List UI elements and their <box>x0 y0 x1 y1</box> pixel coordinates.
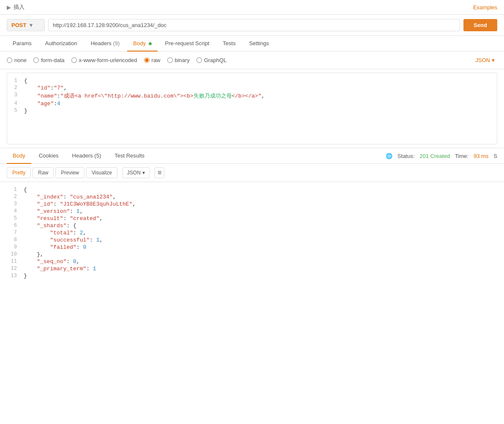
globe-icon[interactable]: 🌐 <box>386 153 392 159</box>
tab-body[interactable]: Body <box>127 36 157 52</box>
response-tabs: Body Cookies Headers (5) Test Results 🌐 … <box>0 148 504 164</box>
resp-tab-cookies[interactable]: Cookies <box>33 148 65 164</box>
examples-button[interactable]: Examples <box>473 4 497 11</box>
resp-line-2: 2 "_index": "cus_ana1234", <box>7 193 497 201</box>
resp-line-7: 7 "total": 2, <box>7 229 497 236</box>
body-type-form-data[interactable]: form-data <box>33 57 65 63</box>
resp-line-6: 6 "_shards": { <box>7 222 497 229</box>
url-input[interactable] <box>48 19 460 31</box>
tab-headers[interactable]: Headers (9) <box>85 36 126 52</box>
resp-tab-headers[interactable]: Headers (5) <box>66 148 107 164</box>
req-line-2: 2 "id":"7", <box>7 84 497 92</box>
req-line-1: 1 { <box>7 77 497 84</box>
top-bar: ▶ 插入 Examples <box>0 0 504 15</box>
resp-line-8: 8 "successful": 1, <box>7 236 497 244</box>
body-format-chevron-icon: ▾ <box>492 57 495 63</box>
req-line-4: 4 "age":4 <box>7 100 497 107</box>
body-type-urlencoded[interactable]: x-www-form-urlencoded <box>71 57 137 63</box>
expand-arrow-icon[interactable]: ▶ <box>7 4 11 11</box>
request-bar: POST ▾ Send <box>0 15 504 36</box>
req-line-5: 5 } <box>7 107 497 114</box>
tab-authorization[interactable]: Authorization <box>39 36 83 52</box>
resp-format-chevron-icon: ▾ <box>142 170 145 176</box>
resp-line-4: 4 "_version": 1, <box>7 208 497 215</box>
request-body-editor[interactable]: 1 { 2 "id":"7", 3 "name":"成语<a href=\"ht… <box>7 73 497 144</box>
tab-pre-request-script[interactable]: Pre-request Script <box>159 36 215 52</box>
page-title: 插入 <box>14 3 25 11</box>
format-raw-button[interactable]: Raw <box>33 167 54 178</box>
resp-tab-test-results[interactable]: Test Results <box>109 148 150 164</box>
method-label: POST <box>11 22 26 28</box>
body-type-raw[interactable]: raw <box>144 57 161 63</box>
body-type-none[interactable]: none <box>7 57 27 63</box>
resp-line-9: 9 "failed": 0 <box>7 244 497 251</box>
body-format-dropdown[interactable]: JSON ▾ <box>473 56 497 65</box>
tab-tests[interactable]: Tests <box>217 36 241 52</box>
tab-settings[interactable]: Settings <box>243 36 275 52</box>
send-button[interactable]: Send <box>463 19 497 31</box>
tab-params[interactable]: Params <box>7 36 38 52</box>
format-pretty-button[interactable]: Pretty <box>7 167 31 178</box>
resp-line-12: 12 "_primary_term": 1 <box>7 265 497 272</box>
resp-tab-body[interactable]: Body <box>7 148 31 164</box>
resp-line-5: 5 "result": "created", <box>7 215 497 222</box>
response-status: 🌐 Status: 201 Created Time: 93 ms S <box>386 153 497 159</box>
resp-line-1: 1 { <box>7 186 497 193</box>
response-format-row: Pretty Raw Preview Visualize JSON ▾ ≡ <box>0 164 504 182</box>
wrap-lines-icon[interactable]: ≡ <box>155 167 164 178</box>
req-line-3: 3 "name":"成语<a href=\"http://www.baidu.c… <box>7 92 497 100</box>
response-body-viewer: 1 { 2 "_index": "cus_ana1234", 3 "_id": … <box>7 182 497 309</box>
top-bar-left: ▶ 插入 <box>7 3 25 11</box>
format-visualize-button[interactable]: Visualize <box>86 167 117 178</box>
body-type-binary[interactable]: binary <box>167 57 190 63</box>
resp-line-13: 13 } <box>7 272 497 280</box>
body-type-row: none form-data x-www-form-urlencoded raw… <box>0 52 504 69</box>
body-type-graphql[interactable]: GraphQL <box>196 57 226 63</box>
resp-line-10: 10 }, <box>7 251 497 258</box>
method-chevron-icon: ▾ <box>30 22 33 28</box>
format-preview-button[interactable]: Preview <box>55 167 84 178</box>
request-tabs: Params Authorization Headers (9) Body Pr… <box>0 36 504 52</box>
response-format-dropdown[interactable]: JSON ▾ <box>123 167 150 178</box>
resp-line-3: 3 "_id": "J1C3WoYB8E3quhJuLthE", <box>7 201 497 208</box>
method-dropdown[interactable]: POST ▾ <box>7 19 45 31</box>
resp-line-11: 11 "_seq_no": 0, <box>7 258 497 265</box>
response-section: Body Cookies Headers (5) Test Results 🌐 … <box>0 148 504 309</box>
